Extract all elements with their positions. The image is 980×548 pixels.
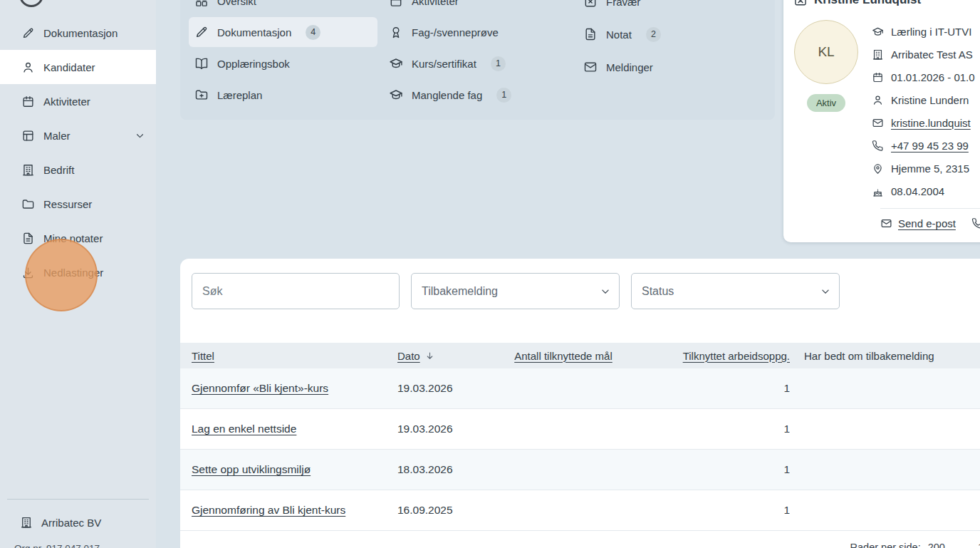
company-row[interactable]: Arribatec BV: [0, 507, 156, 538]
chevron-down-icon: [599, 285, 612, 298]
table-row: Sette opp utviklingsmiljø 18.03.2026 1: [180, 450, 980, 490]
template-icon: [21, 129, 35, 143]
book-icon: [194, 56, 209, 71]
person-icon: [872, 94, 884, 106]
status-select[interactable]: Status: [631, 273, 840, 309]
profile-detail-text: Hjemme 5, 2315: [891, 162, 969, 175]
document-title-cell: Sette opp utviklingsmiljø: [192, 463, 397, 476]
rows-per-page-value[interactable]: 200: [928, 542, 945, 548]
sidebar-item-bedrift[interactable]: Bedrift: [0, 152, 156, 187]
calendar-icon: [389, 0, 403, 8]
profile-detail-text: Arribatec Test AS: [891, 48, 973, 61]
profile-detail-text: Kristine Lundern: [891, 94, 969, 106]
document-link[interactable]: Lag en enkel nettside: [192, 423, 296, 435]
sidebar-item-nedlastinger[interactable]: Nedlastinger: [0, 255, 156, 289]
profile-body: KL Aktiv Lærling i IT-UTVI Arribatec Tes…: [793, 20, 980, 202]
column-header-arbeidsoppg[interactable]: Tilknyttet arbeidsoppg.: [637, 350, 792, 362]
documents-panel: Tilbakemelding Status Tittel Dato Antall…: [180, 259, 980, 548]
menu-item-fravaer[interactable]: Fravær: [578, 0, 766, 17]
mail-icon: [880, 217, 892, 229]
menu-item-meldinger[interactable]: Meldinger: [578, 51, 766, 83]
sidebar-item-ressurser[interactable]: Ressurser: [0, 187, 156, 221]
status-badge: Aktiv: [807, 94, 845, 112]
avatar-initials: KL: [818, 44, 834, 60]
profile-details: Lærling i IT-UTVI Arribatec Test AS 01.0…: [872, 20, 975, 202]
sidebar-item-label: Ressurser: [43, 198, 92, 210]
document-tasks-cell: 1: [637, 382, 792, 395]
menu-column-2: Aktiviteter Fag-/svenneprøve Kurs/sertif…: [383, 0, 572, 111]
menu-item-kurs-sertifikat[interactable]: Kurs/sertifikat 1: [383, 48, 572, 78]
document-link[interactable]: Gjennomfør «Bli kjent»-kurs: [192, 382, 328, 394]
feedback-select[interactable]: Tilbakemelding: [411, 273, 620, 309]
sidebar-item-mine-notater[interactable]: Mine notater: [0, 221, 156, 255]
column-header-label[interactable]: Tittel: [192, 350, 214, 362]
profile-detail-text: 01.01.2026 - 01.0: [891, 71, 975, 83]
menu-item-fag-svenneprove[interactable]: Fag-/svenneprøve: [383, 17, 572, 47]
avatar: KL: [794, 20, 858, 84]
profile-detail-email: kristine.lundquist: [872, 111, 975, 134]
pencil-icon: [194, 25, 209, 39]
sidebar-item-label: Nedlastinger: [43, 267, 103, 279]
cake-icon: [872, 185, 884, 197]
menu-item-manglende-fag[interactable]: Manglende fag 1: [383, 80, 572, 110]
document-tasks-cell: 1: [637, 423, 792, 435]
send-email-button[interactable]: Send e-post: [880, 217, 956, 229]
menu-item-label: Kurs/sertifikat: [412, 58, 476, 70]
menu-item-aktiviteter[interactable]: Aktiviteter: [383, 0, 572, 16]
document-tasks-cell: 1: [637, 463, 792, 476]
column-header-antall-mal[interactable]: Antall tilknyttede mål: [490, 350, 637, 362]
avatar-column: KL Aktiv: [793, 20, 859, 202]
search-input[interactable]: [192, 273, 400, 309]
map-pin-icon: [872, 162, 884, 175]
filters-row: Tilbakemelding Status: [180, 259, 980, 309]
column-header-tittel[interactable]: Tittel: [192, 350, 397, 362]
profile-actions: Send e-post: [880, 217, 980, 229]
menu-item-label: Meldinger: [606, 61, 653, 73]
org-number-note: Org.nr. 917 047 017: [0, 543, 156, 548]
menu-item-notat[interactable]: Notat 2: [578, 19, 766, 50]
menu-item-dokumentasjon[interactable]: Dokumentasjon 4: [189, 17, 377, 47]
count-badge: 1: [491, 56, 506, 71]
feedback-select-label: Tilbakemelding: [422, 285, 498, 298]
sidebar-item-maler[interactable]: Maler: [0, 118, 156, 152]
column-header-label[interactable]: Dato: [397, 350, 420, 362]
menu-item-opplaeringsbok[interactable]: Opplæringsbok: [189, 48, 377, 78]
document-link[interactable]: Gjennomføring av Bli kjent-kurs: [192, 504, 345, 516]
square-x-icon: [583, 0, 598, 9]
phone-link[interactable]: +47 99 45 23 99: [891, 140, 969, 152]
calendar-icon: [872, 71, 884, 83]
rows-per-page-label: Rader per side:: [850, 542, 921, 548]
sidebar-item-aktiviteter[interactable]: Aktiviteter: [0, 84, 156, 118]
profile-header: Kristine Lundquist: [793, 0, 980, 7]
sidebar-footer: Arribatec BV Org.nr. 917 047 017: [0, 499, 156, 548]
document-tasks-cell: 1: [637, 504, 792, 517]
table-row: Gjennomfør «Bli kjent»-kurs 19.03.2026 1: [180, 368, 980, 409]
menu-column-1: Oversikt Dokumentasjon 4 Opplæringsbok L…: [189, 0, 377, 111]
sidebar-item-dokumentasjon[interactable]: Dokumentasjon: [0, 16, 156, 50]
column-header-label[interactable]: Antall tilknyttede mål: [514, 350, 612, 362]
building-icon: [21, 163, 35, 177]
sidebar-item-kandidater[interactable]: Kandidater: [0, 50, 156, 84]
menu-item-laereplan[interactable]: Læreplan: [189, 80, 377, 110]
table-header-row: Tittel Dato Antall tilknyttede mål Tilkn…: [180, 343, 980, 368]
column-header-dato[interactable]: Dato: [397, 350, 490, 362]
status-select-label: Status: [642, 285, 674, 298]
calendar-icon: [21, 95, 35, 108]
rows-per-page-select[interactable]: Rader per side: 200: [850, 542, 945, 548]
document-link[interactable]: Sette opp utviklingsmiljø: [192, 463, 311, 475]
menu-item-oversikt[interactable]: Oversikt: [189, 0, 377, 16]
column-header-label[interactable]: Tilknyttet arbeidsoppg.: [683, 350, 790, 362]
menu-item-label: Fag-/svenneprøve: [412, 26, 499, 38]
document-date-cell: 19.03.2026: [397, 423, 490, 435]
call-button[interactable]: [971, 217, 980, 229]
document-date-cell: 19.03.2026: [397, 382, 490, 395]
profile-detail-contact-person: Kristine Lundern: [872, 88, 975, 111]
sidebar-item-label: Aktiviteter: [43, 95, 90, 108]
grid-icon: [194, 0, 209, 8]
email-link[interactable]: kristine.lundquist: [891, 117, 971, 129]
menu-item-label: Manglende fag: [412, 89, 482, 101]
menu-item-label: Dokumentasjon: [217, 26, 291, 38]
medal-icon: [389, 25, 403, 39]
folder-icon: [21, 197, 35, 211]
sort-descending-icon[interactable]: [424, 351, 435, 361]
